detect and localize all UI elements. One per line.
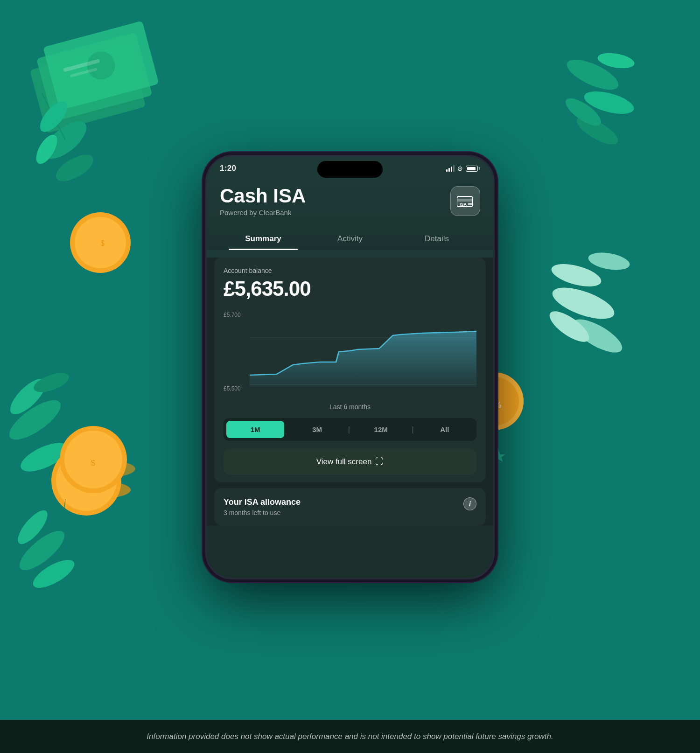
status-bar: 1:20 ⊛ <box>207 156 493 177</box>
time-divider-3: | <box>412 425 413 434</box>
wifi-icon: ⊛ <box>457 165 463 172</box>
scene: 1:20 ⊛ <box>0 0 700 753</box>
isa-allowance-card: Your ISA allowance 3 months left to use … <box>214 488 486 526</box>
content-area: Account balance £5,635.00 £5,700 £5,500 <box>207 258 493 526</box>
balance-label: Account balance <box>224 267 476 274</box>
signal-strength-icon <box>446 165 455 172</box>
balance-chart: £5,700 £5,500 <box>224 310 476 394</box>
isa-allowance-subtitle: 3 months left to use <box>224 509 301 516</box>
info-icon[interactable]: i <box>463 497 476 510</box>
view-fullscreen-label: View full screen <box>316 457 372 467</box>
tabs-bar: Summary Activity Details <box>207 228 493 250</box>
tab-summary[interactable]: Summary <box>220 228 307 250</box>
balance-card: Account balance £5,635.00 £5,700 £5,500 <box>214 258 486 482</box>
chart-svg-area <box>250 310 476 394</box>
time-range-selector: 1M 3M | 12M | All <box>224 418 476 441</box>
screen: Cash ISA Powered by ClearBank ISA <box>207 177 493 578</box>
status-icons: ⊛ <box>446 165 480 172</box>
view-fullscreen-button[interactable]: View full screen ⛶ <box>224 448 476 475</box>
page-subtitle: Powered by ClearBank <box>220 209 306 216</box>
disclaimer-bar: Information provided does not show actua… <box>0 720 700 753</box>
phone-frame: 1:20 ⊛ <box>205 155 495 579</box>
header-text: Cash ISA Powered by ClearBank <box>220 186 306 216</box>
disclaimer-text: Information provided does not show actua… <box>37 730 663 743</box>
tab-activity[interactable]: Activity <box>307 228 393 250</box>
tab-details[interactable]: Details <box>393 228 480 250</box>
time-range-all[interactable]: All <box>416 421 474 438</box>
status-time: 1:20 <box>220 164 236 173</box>
phone-wrapper: 1:20 ⊛ <box>205 155 495 579</box>
time-range-1m[interactable]: 1M <box>226 421 284 438</box>
chart-y-high: £5,700 <box>224 312 241 318</box>
chart-period-label: Last 6 months <box>224 397 476 418</box>
header: Cash ISA Powered by ClearBank ISA <box>207 177 493 228</box>
svg-rect-50 <box>468 203 472 205</box>
isa-icon: ISA <box>450 186 480 216</box>
svg-rect-48 <box>457 199 473 202</box>
chart-y-labels: £5,700 £5,500 <box>224 310 241 394</box>
balance-amount: £5,635.00 <box>224 277 476 300</box>
isa-allowance-title: Your ISA allowance <box>224 497 301 507</box>
svg-text:ISA: ISA <box>460 202 467 207</box>
time-range-12m[interactable]: 12M <box>352 421 410 438</box>
time-divider-2: | <box>348 425 350 434</box>
fullscreen-icon: ⛶ <box>375 457 384 467</box>
page-title: Cash ISA <box>220 186 306 206</box>
isa-allowance-text: Your ISA allowance 3 months left to use <box>224 497 301 516</box>
chart-y-low: £5,500 <box>224 385 241 392</box>
battery-icon <box>466 166 480 172</box>
time-range-3m[interactable]: 3M <box>288 421 346 438</box>
dynamic-island <box>317 161 383 178</box>
